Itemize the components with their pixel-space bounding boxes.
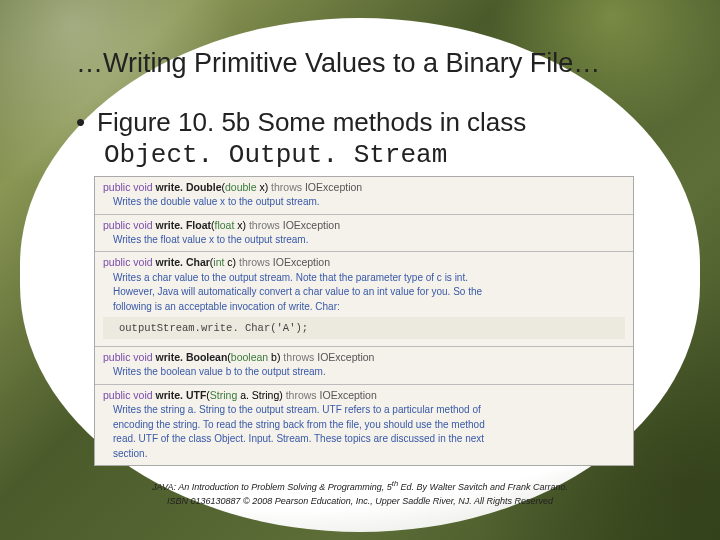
exception: IOException (317, 351, 374, 363)
keyword: public void (103, 219, 153, 231)
param-name: a. String) (237, 389, 283, 401)
param-type: String (210, 389, 237, 401)
method-signature: public void write. Float(float x) throws… (103, 218, 625, 232)
footer-text: JAVA: An Introduction to Problem Solving… (152, 482, 392, 492)
throws-kw: throws (280, 351, 317, 363)
method-desc: read. UTF of the class Object. Input. St… (103, 431, 625, 446)
method-row: public void write. UTF(String a. String)… (95, 384, 633, 465)
param-name: b) (268, 351, 280, 363)
method-desc: Writes the float value x to the output s… (103, 232, 625, 247)
param-name: x) (257, 181, 269, 193)
exception: IOException (273, 256, 330, 268)
methods-table: public void write. Double(double x) thro… (94, 176, 634, 466)
throws-kw: throws (283, 389, 320, 401)
bullet-text: Figure 10. 5b Some methods in class (97, 107, 526, 138)
param-name: c) (224, 256, 236, 268)
throws-kw: throws (268, 181, 305, 193)
method-name: write. Boolean (156, 351, 228, 363)
method-desc: Writes the string a. String to the outpu… (103, 402, 625, 417)
slide-title: …Writing Primitive Values to a Binary Fi… (76, 48, 652, 79)
method-desc: However, Java will automatically convert… (103, 284, 625, 299)
method-signature: public void write. Boolean(boolean b) th… (103, 350, 625, 364)
method-desc: following is an acceptable invocation of… (103, 299, 625, 314)
exception: IOException (320, 389, 377, 401)
method-name: write. Char (156, 256, 210, 268)
slide-card: …Writing Primitive Values to a Binary Fi… (20, 18, 700, 532)
method-desc: section. (103, 446, 625, 461)
keyword: public void (103, 181, 153, 193)
keyword: public void (103, 351, 153, 363)
bullet-row: • Figure 10. 5b Some methods in class (76, 107, 652, 138)
method-desc: Writes a char value to the output stream… (103, 270, 625, 285)
param-type: float (214, 219, 234, 231)
param-name: x) (234, 219, 246, 231)
keyword: public void (103, 256, 153, 268)
footer: JAVA: An Introduction to Problem Solving… (68, 478, 652, 508)
code-example: outputStream.write. Char('A'); (103, 317, 625, 339)
method-signature: public void write. Double(double x) thro… (103, 180, 625, 194)
param-type: boolean (231, 351, 268, 363)
method-row: public void write. Boolean(boolean b) th… (95, 346, 633, 384)
method-name: write. UTF (156, 389, 207, 401)
method-signature: public void write. UTF(String a. String)… (103, 388, 625, 402)
method-desc: encoding the string. To read the string … (103, 417, 625, 432)
method-row: public void write. Char(int c) throws IO… (95, 251, 633, 346)
throws-kw: throws (236, 256, 273, 268)
method-row: public void write. Float(float x) throws… (95, 214, 633, 252)
footer-line-1: JAVA: An Introduction to Problem Solving… (68, 478, 652, 495)
footer-line-2: ISBN 0136130887 © 2008 Pearson Education… (68, 495, 652, 509)
exception: IOException (305, 181, 362, 193)
method-row: public void write. Double(double x) thro… (95, 177, 633, 214)
bullet-icon: • (76, 109, 85, 135)
param-type: int (213, 256, 224, 268)
exception: IOException (283, 219, 340, 231)
method-name: write. Double (156, 181, 222, 193)
method-name: write. Float (156, 219, 211, 231)
method-signature: public void write. Char(int c) throws IO… (103, 255, 625, 269)
method-desc: Writes the boolean value b to the output… (103, 364, 625, 379)
method-desc: Writes the double value x to the output … (103, 194, 625, 209)
footer-text: Ed. By Walter Savitch and Frank Carrano. (398, 482, 568, 492)
throws-kw: throws (246, 219, 283, 231)
keyword: public void (103, 389, 153, 401)
class-name: Object. Output. Stream (104, 140, 652, 170)
param-type: double (225, 181, 257, 193)
